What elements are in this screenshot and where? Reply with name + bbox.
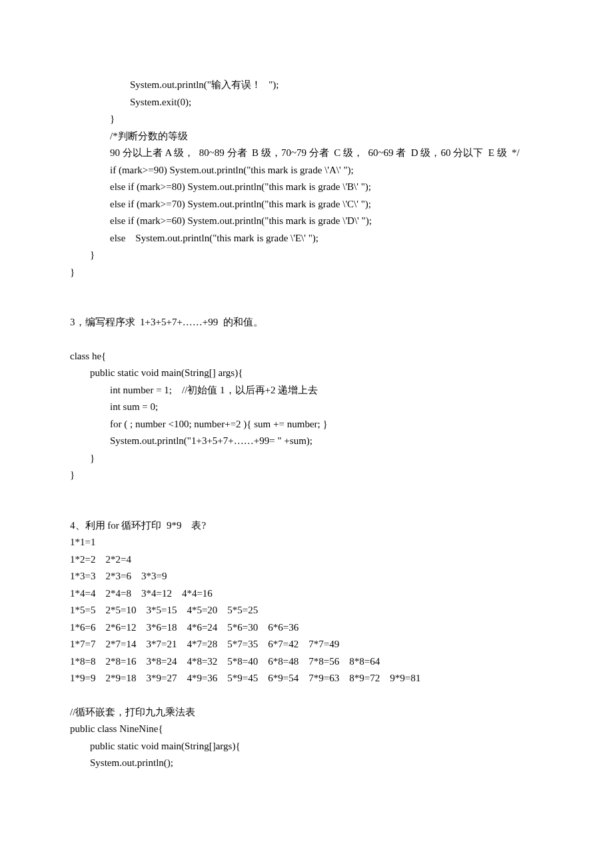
code-line: } — [70, 249, 95, 260]
code-line: System.out.println(); — [70, 757, 173, 768]
heading-text: 4、利用 for 循环打印 9*9 表? — [70, 520, 206, 531]
code-line: else if (mark>=70) System.out.println("t… — [70, 199, 371, 209]
code-line: System.out.println("输入有误！ "); — [70, 79, 279, 90]
table-row: 1*1=1 — [70, 537, 95, 547]
code-line: } — [70, 267, 75, 277]
code-line: else if (mark>=80) System.out.println("t… — [70, 181, 371, 192]
table-row: 1*6=6 2*6=12 3*6=18 4*6=24 5*6=30 6*6=36 — [70, 622, 299, 633]
code-block-3: //循环嵌套，打印九九乘法表 public class NineNine{ pu… — [70, 704, 543, 772]
table-row: 1*8=8 2*8=16 3*8=24 4*8=32 5*8=40 6*8=48… — [70, 656, 380, 667]
code-block-1: System.out.println("输入有误！ "); System.exi… — [70, 77, 543, 281]
code-line: int sum = 0; — [70, 401, 158, 412]
code-line: public static void main(String[]args){ — [70, 741, 241, 751]
code-line: System.exit(0); — [70, 97, 191, 107]
code-line: } — [70, 113, 115, 124]
table-row: 1*9=9 2*9=18 3*9=27 4*9=36 5*9=45 6*9=54… — [70, 673, 420, 683]
table-row: 1*2=2 2*2=4 — [70, 554, 131, 565]
code-line: for ( ; number <100; number+=2 ){ sum +=… — [70, 419, 328, 429]
code-line: int number = 1; //初始值 1，以后再+2 递增上去 — [70, 385, 318, 395]
code-line: else System.out.println("this mark is gr… — [70, 233, 318, 243]
code-line: class he{ — [70, 351, 106, 361]
problem-3-heading: 3，编写程序求 1+3+5+7+……+99 的和值。 — [70, 314, 543, 331]
table-row: 1*5=5 2*5=10 3*5=15 4*5=20 5*5=25 — [70, 605, 258, 615]
table-row: 1*3=3 2*3=6 3*3=9 — [70, 571, 167, 581]
code-line: public static void main(String[] args){ — [70, 367, 243, 378]
code-block-2: class he{ public static void main(String… — [70, 348, 543, 484]
heading-text: 3，编写程序求 1+3+5+7+……+99 的和值。 — [70, 317, 263, 327]
code-line: if (mark>=90) System.out.println("this m… — [70, 165, 354, 175]
code-line: public class NineNine{ — [70, 723, 163, 734]
code-line: System.out.println("1+3+5+7+……+99= " +su… — [70, 435, 312, 446]
table-row: 1*4=4 2*4=8 3*4=12 4*4=16 — [70, 588, 213, 599]
table-row: 1*7=7 2*7=14 3*7=21 4*7=28 5*7=35 6*7=42… — [70, 639, 339, 649]
code-line: } — [70, 453, 95, 463]
code-line: //循环嵌套，打印九九乘法表 — [70, 707, 195, 717]
code-line: /*判断分数的等级 — [70, 131, 188, 141]
code-line: else if (mark>=60) System.out.println("t… — [70, 215, 372, 226]
problem-4-heading: 4、利用 for 循环打印 9*9 表? 1*1=1 1*2=2 2*2=4 1… — [70, 517, 543, 687]
code-line: } — [70, 469, 75, 480]
code-line: 90 分以上者 A 级， 80~89 分者 B 级，70~79 分者 C 级， … — [70, 147, 520, 158]
